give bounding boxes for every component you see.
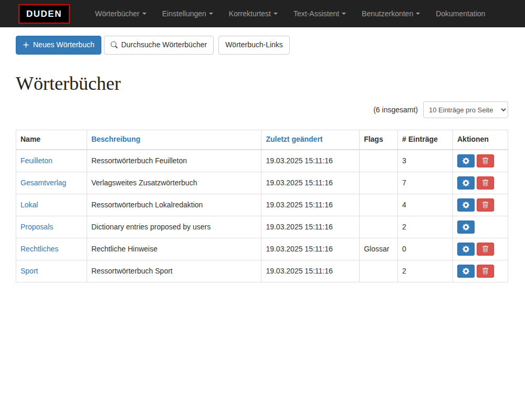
trash-icon — [482, 246, 489, 253]
chevron-down-icon — [342, 13, 346, 15]
brand-logo[interactable]: DUDEN — [18, 4, 70, 24]
search-icon — [111, 41, 118, 48]
per-page-select[interactable]: 10 Einträge pro Seite — [423, 101, 508, 118]
description-cell: Ressortwörterbuch Feuilleton — [87, 150, 261, 172]
flags-cell — [360, 172, 398, 194]
chevron-down-icon — [274, 13, 278, 15]
gear-icon — [463, 268, 469, 275]
dictionary-table: Name Beschreibung Zuletzt geändert Flags… — [16, 130, 508, 282]
dictionary-link[interactable]: Sport — [20, 267, 38, 275]
nav-item-benutzerkonten[interactable]: Benutzerkonten — [354, 0, 428, 27]
header-entries: # Einträge — [398, 130, 453, 150]
entries-cell: 2 — [398, 216, 453, 238]
plus-icon — [23, 41, 29, 48]
modified-cell: 19.03.2025 15:11:16 — [261, 216, 360, 238]
top-navbar: DUDEN Wörterbücher Einstellungen Korrekt… — [0, 0, 525, 27]
flags-cell — [360, 260, 398, 282]
main-nav: Wörterbücher Einstellungen Korrekturtest… — [87, 0, 493, 27]
header-flags: Flags — [360, 130, 398, 150]
table-row: Feuilleton Ressortwörterbuch Feuilleton … — [16, 150, 508, 172]
flags-cell — [360, 150, 398, 172]
new-dictionary-button[interactable]: Neues Wörterbuch — [16, 36, 101, 55]
dictionary-link[interactable]: Feuilleton — [20, 156, 52, 165]
entries-cell: 7 — [398, 172, 453, 194]
chevron-down-icon — [209, 13, 213, 15]
table-row: Rechtliches Rechtliche Hinweise 19.03.20… — [16, 238, 508, 260]
description-cell: Dictionary entries proposed by users — [87, 216, 261, 238]
table-row: Lokal Ressortwörterbuch Lokalredaktion 1… — [16, 194, 508, 216]
delete-button[interactable] — [477, 176, 494, 190]
table-row: Proposals Dictionary entries proposed by… — [16, 216, 508, 238]
total-count-label: (6 insgesamt) — [373, 106, 418, 114]
header-aktionen: Aktionen — [453, 130, 508, 150]
entries-cell: 3 — [398, 150, 453, 172]
modified-cell: 19.03.2025 15:11:16 — [261, 172, 360, 194]
flags-cell — [360, 216, 398, 238]
trash-icon — [482, 180, 489, 186]
nav-item-dokumentation[interactable]: Dokumentation — [428, 0, 493, 27]
header-zuletzt-geaendert-sort-link[interactable]: Zuletzt geändert — [266, 135, 322, 143]
nav-item-einstellungen[interactable]: Einstellungen — [154, 0, 221, 27]
list-controls: (6 insgesamt) 10 Einträge pro Seite — [16, 101, 508, 118]
gear-icon — [463, 224, 469, 230]
dictionary-link[interactable]: Gesamtverlag — [20, 178, 66, 187]
brand-text: DUDEN — [26, 9, 62, 19]
dictionary-link[interactable]: Rechtliches — [20, 245, 58, 253]
modified-cell: 19.03.2025 15:11:16 — [261, 238, 360, 260]
nav-item-korrekturtest[interactable]: Korrekturtest — [221, 0, 286, 27]
delete-button[interactable] — [477, 243, 494, 256]
flags-cell — [360, 194, 398, 216]
modified-cell: 19.03.2025 15:11:16 — [261, 260, 360, 282]
search-dictionaries-button[interactable]: Durchsuche Wörterbücher — [104, 36, 214, 55]
table-row: Sport Ressortwörterbuch Sport 19.03.2025… — [16, 260, 508, 282]
settings-button[interactable] — [457, 220, 475, 234]
table-header-row: Name Beschreibung Zuletzt geändert Flags… — [16, 130, 508, 150]
trash-icon — [482, 158, 489, 164]
page-title: Wörterbücher — [16, 74, 509, 94]
delete-button[interactable] — [477, 198, 494, 212]
dictionary-link[interactable]: Lokal — [20, 201, 38, 209]
description-cell: Ressortwörterbuch Lokalredaktion — [87, 194, 261, 216]
settings-button[interactable] — [457, 176, 475, 190]
flags-cell: Glossar — [360, 238, 398, 260]
gear-icon — [463, 246, 469, 253]
settings-button[interactable] — [457, 198, 475, 212]
delete-button[interactable] — [477, 154, 494, 167]
trash-icon — [482, 268, 489, 275]
nav-item-text-assistent[interactable]: Text-Assistent — [286, 0, 354, 27]
modified-cell: 19.03.2025 15:11:16 — [261, 194, 360, 216]
header-name[interactable]: Name — [16, 130, 87, 150]
modified-cell: 19.03.2025 15:11:16 — [261, 150, 360, 172]
trash-icon — [482, 202, 489, 208]
action-toolbar: Neues Wörterbuch Durchsuche Wörterbücher… — [16, 36, 509, 55]
header-beschreibung-sort-link[interactable]: Beschreibung — [91, 135, 140, 143]
settings-button[interactable] — [457, 265, 475, 278]
dictionary-links-button[interactable]: Wörterbuch-Links — [218, 36, 290, 55]
dictionary-link[interactable]: Proposals — [20, 223, 53, 231]
dictionary-table-body: Feuilleton Ressortwörterbuch Feuilleton … — [16, 150, 508, 282]
table-row: Gesamtverlag Verlagsweites Zusatzwörterb… — [16, 172, 508, 194]
description-cell: Verlagsweites Zusatzwörterbuch — [87, 172, 261, 194]
gear-icon — [463, 180, 469, 186]
gear-icon — [463, 202, 469, 208]
entries-cell: 4 — [398, 194, 453, 216]
gear-icon — [463, 158, 469, 164]
entries-cell: 2 — [398, 260, 453, 282]
settings-button[interactable] — [457, 243, 475, 256]
chevron-down-icon — [142, 13, 146, 15]
entries-cell: 0 — [398, 238, 453, 260]
settings-button[interactable] — [457, 154, 475, 167]
delete-button[interactable] — [477, 265, 494, 278]
description-cell: Rechtliche Hinweise — [87, 238, 261, 260]
nav-item-woerterbuecher[interactable]: Wörterbücher — [87, 0, 154, 27]
description-cell: Ressortwörterbuch Sport — [87, 260, 261, 282]
chevron-down-icon — [416, 13, 420, 15]
